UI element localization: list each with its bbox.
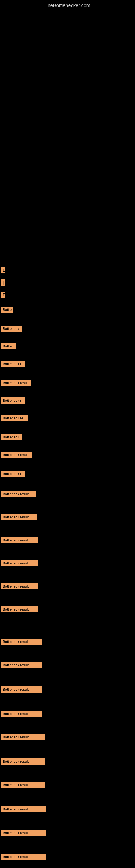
label-r1[interactable]: Bottleneck result xyxy=(1,639,42,645)
label-1[interactable]: E xyxy=(1,267,5,273)
label-13[interactable]: Bottleneck r xyxy=(1,471,26,477)
label-3[interactable]: E xyxy=(1,291,5,298)
label-7[interactable]: Bottleneck r xyxy=(1,361,26,367)
label-r3[interactable]: Bottleneck result xyxy=(1,686,42,692)
label-r6[interactable]: Bottleneck result xyxy=(1,758,45,765)
label-r2[interactable]: Bottleneck result xyxy=(1,662,42,668)
label-4[interactable]: Bottle xyxy=(1,307,13,313)
label-8[interactable]: Bottleneck resu xyxy=(1,380,31,386)
label-19[interactable]: Bottleneck result xyxy=(1,606,38,613)
label-r7[interactable]: Bottleneck result xyxy=(1,782,45,788)
label-15[interactable]: Bottleneck result xyxy=(1,514,37,520)
site-title: TheBottlenecker.com xyxy=(0,0,135,8)
label-14[interactable]: Bottleneck result xyxy=(1,491,36,497)
label-r8[interactable]: Bottleneck result xyxy=(1,806,46,812)
label-6[interactable]: Bottlen xyxy=(1,343,16,349)
label-r9[interactable]: Bottleneck result xyxy=(1,830,46,836)
label-5[interactable]: Bottleneck xyxy=(1,326,21,332)
label-r5[interactable]: Bottleneck result xyxy=(1,734,45,740)
label-r10[interactable]: Bottleneck result xyxy=(1,854,46,860)
label-17[interactable]: Bottleneck result xyxy=(1,560,38,566)
label-9[interactable]: Bottleneck r xyxy=(1,397,26,404)
label-r4[interactable]: Bottleneck result xyxy=(1,711,42,717)
label-12[interactable]: Bottleneck resu xyxy=(1,452,32,458)
label-2[interactable]: | xyxy=(1,279,5,286)
label-18[interactable]: Bottleneck result xyxy=(1,583,38,589)
label-11[interactable]: Bottleneck xyxy=(1,434,21,440)
label-10[interactable]: Bottleneck re xyxy=(1,415,28,421)
label-16[interactable]: Bottleneck result xyxy=(1,537,38,543)
